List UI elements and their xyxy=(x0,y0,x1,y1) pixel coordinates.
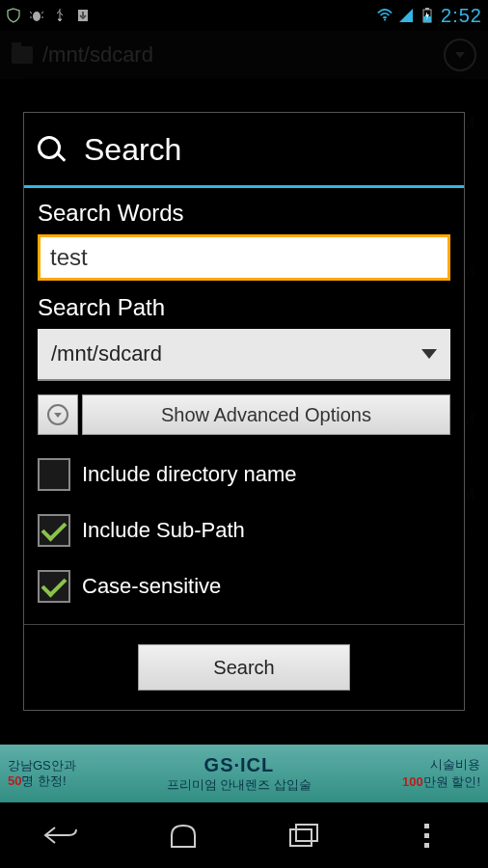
back-button[interactable] xyxy=(27,816,95,854)
svg-rect-11 xyxy=(296,825,317,841)
svg-point-6 xyxy=(384,18,386,20)
ad-left-line1: 강남GS안과 xyxy=(8,758,76,773)
advanced-toggle-button[interactable] xyxy=(38,394,78,435)
ad-subline: 프리미엄 안내렌즈 삽입술 xyxy=(76,776,402,794)
search-icon xyxy=(38,136,67,165)
search-path-value: /mnt/sdcard xyxy=(51,341,162,366)
svg-line-1 xyxy=(30,12,32,14)
recent-apps-button[interactable] xyxy=(271,816,339,854)
menu-dots-icon xyxy=(424,824,429,848)
status-bar: 2:52 xyxy=(0,0,488,31)
menu-button[interactable] xyxy=(393,816,461,854)
include-sub-checkbox[interactable] xyxy=(38,514,70,547)
download-icon xyxy=(75,8,91,23)
advanced-label-button[interactable]: Show Advanced Options xyxy=(82,394,450,435)
battery-icon xyxy=(420,8,435,23)
search-words-label: Search Words xyxy=(38,200,450,227)
search-path-label: Search Path xyxy=(38,294,450,321)
include-dir-checkbox[interactable] xyxy=(38,458,70,491)
case-sensitive-label: Case-sensitive xyxy=(82,574,221,599)
ad-brand: GS·ICL xyxy=(76,754,402,776)
svg-point-0 xyxy=(33,12,41,21)
search-words-input[interactable] xyxy=(38,234,450,281)
bug-icon xyxy=(29,8,44,23)
signal-icon xyxy=(398,8,414,23)
ad-right-line1: 시술비용 xyxy=(402,756,480,773)
usb-icon xyxy=(52,8,68,23)
chevron-down-icon xyxy=(421,349,437,359)
include-sub-row[interactable]: Include Sub-Path xyxy=(38,514,450,547)
include-dir-row[interactable]: Include directory name xyxy=(38,458,450,491)
search-dialog: Search Search Words Search Path /mnt/sdc… xyxy=(23,112,465,711)
wifi-icon xyxy=(377,8,393,23)
svg-rect-8 xyxy=(425,8,429,10)
svg-line-2 xyxy=(41,12,43,14)
case-sensitive-checkbox[interactable] xyxy=(38,570,70,603)
dialog-title: Search xyxy=(84,132,181,168)
include-sub-label: Include Sub-Path xyxy=(82,518,245,543)
dialog-header: Search xyxy=(24,113,464,188)
case-sensitive-row[interactable]: Case-sensitive xyxy=(38,570,450,603)
navigation-bar xyxy=(0,802,488,868)
status-clock: 2:52 xyxy=(441,5,482,27)
ad-banner[interactable]: 강남GS안과 50명 한정! GS·ICL 프리미엄 안내렌즈 삽입술 시술비용… xyxy=(0,745,488,802)
svg-rect-10 xyxy=(290,829,312,846)
include-dir-label: Include directory name xyxy=(82,462,297,487)
home-button[interactable] xyxy=(149,816,217,854)
search-path-select[interactable]: /mnt/sdcard xyxy=(38,329,450,381)
shield-icon xyxy=(6,8,21,23)
search-button[interactable]: Search xyxy=(138,644,350,691)
